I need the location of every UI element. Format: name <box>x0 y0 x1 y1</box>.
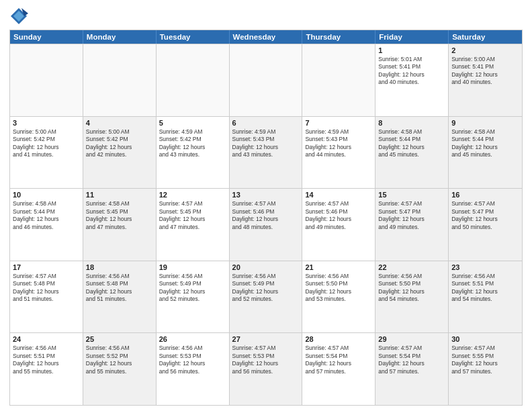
day-number: 5 <box>159 119 226 127</box>
day-number: 1 <box>378 46 445 54</box>
day-number: 6 <box>232 119 300 127</box>
day-number: 8 <box>378 119 445 127</box>
calendar-header-cell: Saturday <box>449 30 522 44</box>
day-info: Sunrise: 4:57 AM Sunset: 5:53 PM Dayligh… <box>232 345 300 375</box>
day-number: 24 <box>13 335 80 343</box>
calendar-cell: 1Sunrise: 5:01 AM Sunset: 5:41 PM Daylig… <box>375 44 449 116</box>
calendar-header-cell: Tuesday <box>157 30 230 44</box>
day-info: Sunrise: 4:56 AM Sunset: 5:49 PM Dayligh… <box>159 273 226 304</box>
day-number: 29 <box>378 335 445 343</box>
day-info: Sunrise: 4:56 AM Sunset: 5:51 PM Dayligh… <box>451 273 519 304</box>
day-number: 27 <box>232 335 300 343</box>
calendar-cell: 2Sunrise: 5:00 AM Sunset: 5:41 PM Daylig… <box>449 44 522 116</box>
day-number: 11 <box>86 191 153 199</box>
day-info: Sunrise: 4:59 AM Sunset: 5:42 PM Dayligh… <box>159 128 226 159</box>
calendar-cell <box>230 44 303 116</box>
calendar: SundayMondayTuesdayWednesdayThursdayFrid… <box>9 30 523 406</box>
calendar-cell: 23Sunrise: 4:56 AM Sunset: 5:51 PM Dayli… <box>449 261 522 333</box>
calendar-cell: 14Sunrise: 4:57 AM Sunset: 5:46 PM Dayli… <box>302 189 375 261</box>
calendar-cell: 11Sunrise: 4:58 AM Sunset: 5:45 PM Dayli… <box>83 189 157 261</box>
calendar-cell <box>302 44 375 116</box>
calendar-cell: 8Sunrise: 4:58 AM Sunset: 5:44 PM Daylig… <box>375 117 449 189</box>
day-number: 15 <box>378 191 445 199</box>
calendar-cell: 24Sunrise: 4:56 AM Sunset: 5:51 PM Dayli… <box>10 333 83 405</box>
calendar-cell: 29Sunrise: 4:57 AM Sunset: 5:54 PM Dayli… <box>375 333 449 405</box>
calendar-header-cell: Friday <box>375 30 449 44</box>
day-number: 19 <box>159 263 226 271</box>
calendar-row: 3Sunrise: 5:00 AM Sunset: 5:42 PM Daylig… <box>10 116 522 189</box>
day-info: Sunrise: 4:56 AM Sunset: 5:50 PM Dayligh… <box>305 273 372 304</box>
calendar-row: 1Sunrise: 5:01 AM Sunset: 5:41 PM Daylig… <box>10 44 522 116</box>
day-number: 12 <box>159 191 226 199</box>
day-info: Sunrise: 4:57 AM Sunset: 5:54 PM Dayligh… <box>378 345 445 375</box>
calendar-cell: 15Sunrise: 4:57 AM Sunset: 5:47 PM Dayli… <box>375 189 449 261</box>
calendar-cell: 18Sunrise: 4:56 AM Sunset: 5:48 PM Dayli… <box>83 261 157 333</box>
calendar-cell: 5Sunrise: 4:59 AM Sunset: 5:42 PM Daylig… <box>157 117 230 189</box>
logo-icon <box>9 7 28 26</box>
calendar-cell: 22Sunrise: 4:56 AM Sunset: 5:50 PM Dayli… <box>375 261 449 333</box>
day-info: Sunrise: 5:00 AM Sunset: 5:41 PM Dayligh… <box>451 56 519 87</box>
calendar-header-cell: Thursday <box>302 30 375 44</box>
day-number: 2 <box>451 46 519 54</box>
day-number: 28 <box>305 335 372 343</box>
calendar-cell: 26Sunrise: 4:56 AM Sunset: 5:53 PM Dayli… <box>157 333 230 405</box>
day-number: 20 <box>232 263 300 271</box>
day-info: Sunrise: 4:58 AM Sunset: 5:44 PM Dayligh… <box>451 128 519 159</box>
calendar-cell <box>157 44 230 116</box>
day-info: Sunrise: 4:59 AM Sunset: 5:43 PM Dayligh… <box>232 128 300 159</box>
calendar-cell <box>83 44 157 116</box>
calendar-header-cell: Wednesday <box>230 30 303 44</box>
calendar-cell: 10Sunrise: 4:58 AM Sunset: 5:44 PM Dayli… <box>10 189 83 261</box>
day-info: Sunrise: 4:57 AM Sunset: 5:46 PM Dayligh… <box>232 200 300 231</box>
day-info: Sunrise: 4:57 AM Sunset: 5:47 PM Dayligh… <box>451 200 519 231</box>
calendar-cell: 19Sunrise: 4:56 AM Sunset: 5:49 PM Dayli… <box>157 261 230 333</box>
day-info: Sunrise: 5:00 AM Sunset: 5:42 PM Dayligh… <box>86 128 153 159</box>
logo <box>9 7 31 26</box>
calendar-cell: 4Sunrise: 5:00 AM Sunset: 5:42 PM Daylig… <box>83 117 157 189</box>
day-number: 16 <box>451 191 519 199</box>
header <box>9 7 523 26</box>
day-number: 13 <box>232 191 300 199</box>
calendar-cell: 28Sunrise: 4:57 AM Sunset: 5:54 PM Dayli… <box>302 333 375 405</box>
calendar-body: 1Sunrise: 5:01 AM Sunset: 5:41 PM Daylig… <box>10 44 522 405</box>
day-number: 22 <box>378 263 445 271</box>
day-info: Sunrise: 4:57 AM Sunset: 5:45 PM Dayligh… <box>159 200 226 231</box>
day-info: Sunrise: 4:58 AM Sunset: 5:44 PM Dayligh… <box>378 128 445 159</box>
day-number: 10 <box>13 191 80 199</box>
day-info: Sunrise: 5:01 AM Sunset: 5:41 PM Dayligh… <box>378 56 445 87</box>
day-info: Sunrise: 4:57 AM Sunset: 5:55 PM Dayligh… <box>451 345 519 375</box>
day-number: 17 <box>13 263 80 271</box>
calendar-cell: 12Sunrise: 4:57 AM Sunset: 5:45 PM Dayli… <box>157 189 230 261</box>
day-info: Sunrise: 4:58 AM Sunset: 5:45 PM Dayligh… <box>86 200 153 231</box>
day-info: Sunrise: 4:56 AM Sunset: 5:53 PM Dayligh… <box>159 345 226 375</box>
day-number: 9 <box>451 119 519 127</box>
day-number: 4 <box>86 119 153 127</box>
calendar-cell: 17Sunrise: 4:57 AM Sunset: 5:48 PM Dayli… <box>10 261 83 333</box>
day-number: 23 <box>451 263 519 271</box>
day-number: 3 <box>13 119 80 127</box>
day-info: Sunrise: 4:58 AM Sunset: 5:44 PM Dayligh… <box>13 200 80 231</box>
calendar-cell: 3Sunrise: 5:00 AM Sunset: 5:42 PM Daylig… <box>10 117 83 189</box>
calendar-cell: 27Sunrise: 4:57 AM Sunset: 5:53 PM Dayli… <box>230 333 303 405</box>
day-number: 26 <box>159 335 226 343</box>
day-number: 18 <box>86 263 153 271</box>
calendar-row: 10Sunrise: 4:58 AM Sunset: 5:44 PM Dayli… <box>10 188 522 261</box>
calendar-header-row: SundayMondayTuesdayWednesdayThursdayFrid… <box>10 30 522 44</box>
day-info: Sunrise: 4:56 AM Sunset: 5:49 PM Dayligh… <box>232 273 300 304</box>
day-info: Sunrise: 5:00 AM Sunset: 5:42 PM Dayligh… <box>13 128 80 159</box>
day-number: 30 <box>451 335 519 343</box>
day-info: Sunrise: 4:59 AM Sunset: 5:43 PM Dayligh… <box>305 128 372 159</box>
calendar-header-cell: Monday <box>83 30 157 44</box>
calendar-header-cell: Sunday <box>10 30 83 44</box>
calendar-cell: 16Sunrise: 4:57 AM Sunset: 5:47 PM Dayli… <box>449 189 522 261</box>
day-info: Sunrise: 4:57 AM Sunset: 5:46 PM Dayligh… <box>305 200 372 231</box>
day-info: Sunrise: 4:57 AM Sunset: 5:47 PM Dayligh… <box>378 200 445 231</box>
day-info: Sunrise: 4:56 AM Sunset: 5:51 PM Dayligh… <box>13 345 80 375</box>
calendar-cell: 20Sunrise: 4:56 AM Sunset: 5:49 PM Dayli… <box>230 261 303 333</box>
calendar-cell: 7Sunrise: 4:59 AM Sunset: 5:43 PM Daylig… <box>302 117 375 189</box>
calendar-cell: 13Sunrise: 4:57 AM Sunset: 5:46 PM Dayli… <box>230 189 303 261</box>
calendar-cell: 21Sunrise: 4:56 AM Sunset: 5:50 PM Dayli… <box>302 261 375 333</box>
calendar-cell: 30Sunrise: 4:57 AM Sunset: 5:55 PM Dayli… <box>449 333 522 405</box>
day-info: Sunrise: 4:56 AM Sunset: 5:48 PM Dayligh… <box>86 273 153 304</box>
calendar-cell: 9Sunrise: 4:58 AM Sunset: 5:44 PM Daylig… <box>449 117 522 189</box>
